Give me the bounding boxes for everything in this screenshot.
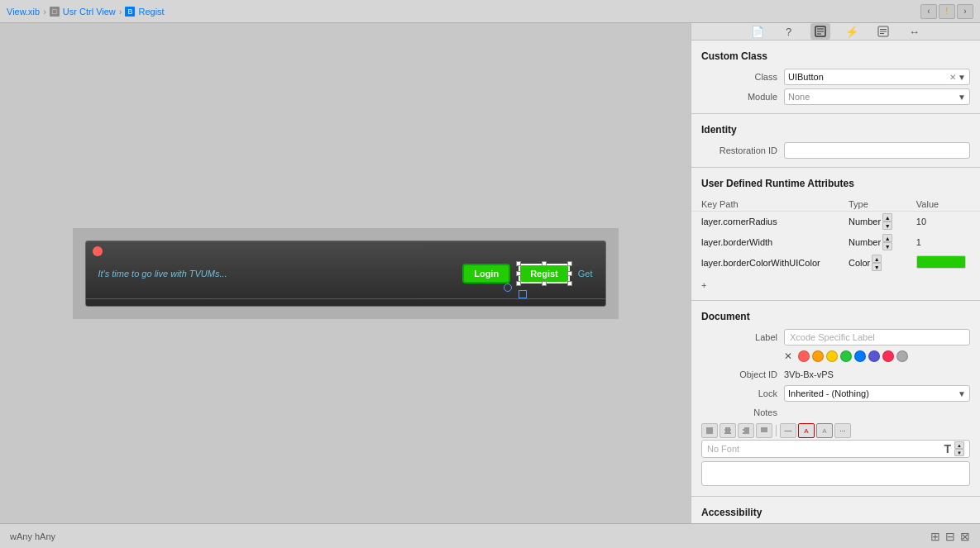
lock-value: Inherited - (Nothing) xyxy=(788,388,958,398)
class-select-text: UIButton xyxy=(788,72,949,82)
label-row: Label xyxy=(691,327,980,347)
class-clear-icon[interactable]: ✕ xyxy=(949,73,956,82)
color-dot-green[interactable] xyxy=(840,350,852,362)
col-type: Type xyxy=(839,198,906,212)
handle-ml[interactable] xyxy=(516,271,521,276)
font-stepper[interactable]: ▲ ▼ xyxy=(954,441,964,456)
main-content: It's time to go live with TVUMs... Login… xyxy=(0,23,980,523)
key-path-1: layer.cornerRadius xyxy=(691,212,839,232)
type-value-1: Number xyxy=(849,217,881,226)
type-stepper-3: Color ▲ ▼ xyxy=(849,255,896,271)
handle-bl[interactable] xyxy=(516,281,521,286)
quick-help-icon[interactable]: ⚡ xyxy=(842,23,862,40)
font-selector[interactable]: No Font T ▲ ▼ xyxy=(701,440,970,458)
stepper-up-2[interactable]: ▲ xyxy=(882,234,892,242)
stepper-down-3[interactable]: ▼ xyxy=(872,263,882,271)
color-dot-pink[interactable] xyxy=(882,350,894,362)
color-dot-yellow[interactable] xyxy=(826,350,838,362)
identity-title: Identity xyxy=(691,121,980,141)
stepper-down-2[interactable]: ▼ xyxy=(882,242,892,250)
value-3[interactable] xyxy=(906,253,980,274)
component-text: It's time to go live with TVUMs... xyxy=(98,269,455,279)
user-defined-title: User Defined Runtime Attributes xyxy=(691,174,980,194)
color-dot-gray[interactable] xyxy=(896,350,908,362)
layout-icon-2[interactable]: ⊟ xyxy=(945,530,955,543)
module-dropdown-icon[interactable]: ▼ xyxy=(958,93,966,102)
attributes-icon[interactable] xyxy=(873,23,893,40)
notes-box1[interactable]: A xyxy=(798,423,815,438)
layout-icon-3[interactable]: ⊠ xyxy=(960,530,970,543)
connection-circle-bottom xyxy=(519,290,527,298)
notes-more[interactable]: ··· xyxy=(834,423,851,438)
font-stepper-up[interactable]: ▲ xyxy=(954,441,964,449)
notes-align-left[interactable] xyxy=(701,423,718,438)
breadcrumb-file[interactable]: View.xib xyxy=(7,7,40,17)
color-dot-blue[interactable] xyxy=(854,350,866,362)
col-key-path: Key Path xyxy=(691,198,839,212)
color-dot-orange[interactable] xyxy=(812,350,824,362)
handle-tc[interactable] xyxy=(542,261,547,266)
restoration-id-row: Restoration ID xyxy=(691,141,980,160)
font-stepper-down[interactable]: ▼ xyxy=(954,449,964,456)
stepper-up-3[interactable]: ▲ xyxy=(872,255,882,263)
module-label: Module xyxy=(701,92,784,102)
notes-box2[interactable]: A xyxy=(816,423,833,438)
notes-align-right[interactable] xyxy=(738,423,754,438)
x-mark[interactable]: ✕ xyxy=(784,350,792,362)
login-button[interactable]: Login xyxy=(462,264,510,284)
restoration-id-input[interactable] xyxy=(784,142,970,159)
notes-toolbar: — A A ··· xyxy=(691,422,980,440)
nav-right-btn[interactable]: › xyxy=(957,4,973,19)
notes-label: Notes xyxy=(701,407,784,417)
notes-align-justify[interactable] xyxy=(756,423,772,438)
lock-select[interactable]: Inherited - (Nothing) ▼ xyxy=(784,385,970,402)
nav-warning-btn[interactable]: ! xyxy=(939,4,955,19)
handle-br[interactable] xyxy=(567,281,572,286)
stepper-up-1[interactable]: ▲ xyxy=(882,213,892,222)
notes-dash[interactable]: — xyxy=(780,423,796,438)
color-dot-red[interactable] xyxy=(798,350,810,362)
help-icon[interactable]: ? xyxy=(779,23,799,40)
main-toolbar: View.xib › □ Usr Ctrl View › B Regist ‹ … xyxy=(0,0,980,23)
size-label: wAny hAny xyxy=(10,531,55,541)
value-1: 10 xyxy=(906,212,980,232)
restoration-id-label: Restoration ID xyxy=(701,145,784,155)
class-select[interactable]: UIButton ✕ ▼ xyxy=(784,69,970,85)
notes-label-row: Notes xyxy=(691,403,980,422)
close-icon[interactable] xyxy=(93,246,103,256)
type-value-2: Number xyxy=(849,237,881,247)
file-icon[interactable]: 📄 xyxy=(748,23,767,40)
module-select[interactable]: None ▼ xyxy=(784,88,970,105)
handle-mr[interactable] xyxy=(567,271,572,276)
label-label: Label xyxy=(701,332,784,342)
handle-bc[interactable] xyxy=(542,281,547,286)
color-dot-purple[interactable] xyxy=(868,350,880,362)
notes-align-center[interactable] xyxy=(719,423,736,438)
table-row: layer.borderWidth Number ▲ ▼ 1 xyxy=(691,232,980,253)
layout-icon-1[interactable]: ⊞ xyxy=(930,530,940,543)
key-path-3: layer.borderColorWithUIColor xyxy=(691,253,839,274)
class-dropdown-icon[interactable]: ▼ xyxy=(958,73,966,82)
object-id-label: Object ID xyxy=(701,369,784,379)
nav-left-btn[interactable]: ‹ xyxy=(920,4,937,19)
notes-text-area[interactable] xyxy=(701,461,970,486)
size-icon[interactable]: ↔ xyxy=(905,23,925,40)
lock-dropdown-icon[interactable]: ▼ xyxy=(958,389,966,398)
table-row: layer.cornerRadius Number ▲ ▼ 10 xyxy=(691,212,980,232)
add-attribute-button[interactable]: + xyxy=(691,277,722,293)
breadcrumb-item[interactable]: Regist xyxy=(138,7,164,17)
connection-circle-left xyxy=(504,284,512,292)
label-input[interactable] xyxy=(784,329,970,345)
nav-buttons: ‹ ! › xyxy=(920,4,973,19)
stepper-down-1[interactable]: ▼ xyxy=(882,222,892,230)
color-swatch[interactable] xyxy=(916,255,966,269)
bottom-bar: wAny hAny ⊞ ⊟ ⊠ xyxy=(0,523,980,548)
identity-icon[interactable] xyxy=(810,23,830,40)
custom-class-section: Custom Class Class UIButton ✕ ▼ Module N… xyxy=(691,41,980,114)
bottom-line xyxy=(86,298,605,299)
get-button[interactable]: Get xyxy=(578,269,593,279)
type-3: Color ▲ ▼ xyxy=(839,253,906,274)
handle-tl[interactable] xyxy=(516,261,521,266)
handle-tr[interactable] xyxy=(567,261,572,266)
breadcrumb-view[interactable]: Usr Ctrl View xyxy=(63,7,116,17)
